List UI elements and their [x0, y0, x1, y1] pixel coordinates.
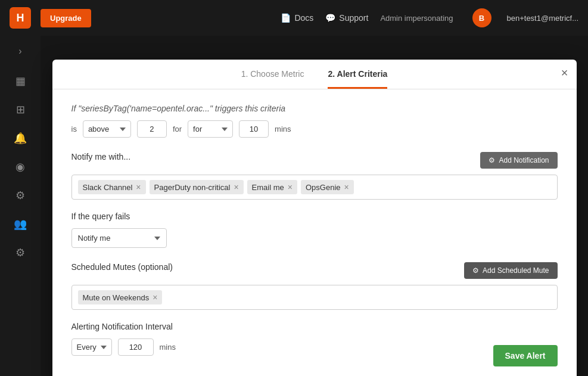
modal-close-button[interactable]: ×	[561, 67, 568, 79]
notify-row: Notify me with... ⚙ Add Notification	[71, 152, 558, 169]
sidebar: › ▦ ⊞ 🔔 ◉ ⚙ 👥 ⚙	[0, 36, 41, 376]
nav-links: 📄 Docs 💬 Support Admin impersonating B b…	[281, 8, 578, 27]
docs-icon: 📄	[281, 13, 291, 23]
tab-alert-criteria[interactable]: 2. Alert Criteria	[328, 69, 387, 89]
support-link[interactable]: 💬 Support	[325, 13, 368, 23]
tag-opsgenie: OpsGenie ×	[301, 180, 354, 194]
tag-email-remove[interactable]: ×	[288, 183, 293, 191]
scheduled-mutes-header: Scheduled Mutes (optional) ⚙ Add Schedul…	[71, 262, 558, 279]
sidebar-item-chart[interactable]: ▦	[8, 69, 32, 93]
logo: H	[10, 7, 31, 29]
add-scheduled-mute-icon: ⚙	[472, 266, 479, 275]
user-avatar: B	[472, 8, 491, 27]
criteria-above-select[interactable]: above below equal to	[83, 120, 131, 138]
support-icon: 💬	[325, 13, 335, 23]
top-nav: H Upgrade 📄 Docs 💬 Support Admin imperso…	[0, 0, 588, 36]
query-fail-title: If the query fails	[71, 212, 558, 221]
criteria-row: is above below equal to for for at least…	[71, 120, 558, 138]
scheduled-mutes-title: Scheduled Mutes (optional)	[71, 262, 173, 272]
sidebar-item-visibility[interactable]: ◉	[8, 155, 32, 179]
modal: × 1. Choose Metric 2. Alert Criteria If …	[52, 60, 577, 376]
modal-overlay: × 1. Choose Metric 2. Alert Criteria If …	[41, 36, 588, 376]
notify-title: Notify me with...	[71, 152, 131, 161]
criteria-mins-label: mins	[275, 125, 291, 133]
criteria-for-label: for	[173, 125, 182, 133]
interval-mins-label: mins	[160, 343, 176, 352]
tag-pagerduty: PagerDuty non-critical ×	[150, 180, 244, 194]
tab-choose-metric[interactable]: 1. Choose Metric	[241, 69, 304, 89]
upgrade-button[interactable]: Upgrade	[41, 9, 91, 27]
main-content: × 1. Choose Metric 2. Alert Criteria If …	[41, 36, 588, 376]
sidebar-item-alerts[interactable]: 🔔	[8, 126, 32, 150]
criteria-is-label: is	[71, 125, 77, 133]
docs-link[interactable]: 📄 Docs	[281, 13, 313, 23]
interval-row: Every Once mins	[71, 338, 176, 356]
tag-mute-weekends: Mute on Weekends ×	[78, 290, 163, 304]
sidebar-item-settings[interactable]: ⚙	[8, 241, 32, 265]
tag-mute-weekends-remove[interactable]: ×	[153, 293, 157, 302]
user-email: ben+test1@metricf...	[507, 14, 579, 23]
criteria-description: If "seriesByTag('name=opentel.orac..." t…	[71, 104, 558, 113]
interval-title: Alerting Notification Interval	[71, 322, 558, 331]
sidebar-item-gear[interactable]: ⚙	[8, 184, 32, 207]
criteria-duration-input[interactable]	[239, 120, 269, 138]
add-notification-icon: ⚙	[489, 156, 495, 164]
tag-pagerduty-remove[interactable]: ×	[234, 183, 238, 191]
notification-tags-container: Slack Channel × PagerDuty non-critical ×…	[71, 175, 558, 200]
interval-value-input[interactable]	[118, 338, 154, 356]
scheduled-mutes-container: Mute on Weekends ×	[71, 285, 558, 310]
criteria-threshold-input[interactable]	[137, 120, 167, 138]
query-fail-section: If the query fails Notify me Ignore Aler…	[71, 212, 558, 248]
tag-slack-remove[interactable]: ×	[136, 183, 141, 191]
tag-opsgenie-remove[interactable]: ×	[344, 183, 349, 191]
modal-tabs: 1. Choose Metric 2. Alert Criteria	[52, 60, 577, 89]
save-alert-button[interactable]: Save Alert	[493, 345, 558, 366]
add-scheduled-mute-button[interactable]: ⚙ Add Scheduled Mute	[464, 262, 557, 279]
tag-slack-channel: Slack Channel ×	[78, 180, 146, 194]
admin-impersonating-text: Admin impersonating	[380, 14, 453, 23]
query-fail-select[interactable]: Notify me Ignore Alert	[71, 228, 167, 248]
modal-body: If "seriesByTag('name=opentel.orac..." t…	[52, 89, 577, 376]
sidebar-item-grid[interactable]: ⊞	[8, 98, 32, 122]
add-notification-button[interactable]: ⚙ Add Notification	[480, 152, 557, 169]
criteria-for-select[interactable]: for at least	[188, 120, 233, 138]
sidebar-toggle[interactable]: ›	[12, 43, 29, 60]
sidebar-item-people[interactable]: 👥	[8, 212, 32, 236]
interval-every-select[interactable]: Every Once	[71, 338, 112, 356]
tag-email-me: Email me ×	[247, 180, 297, 194]
